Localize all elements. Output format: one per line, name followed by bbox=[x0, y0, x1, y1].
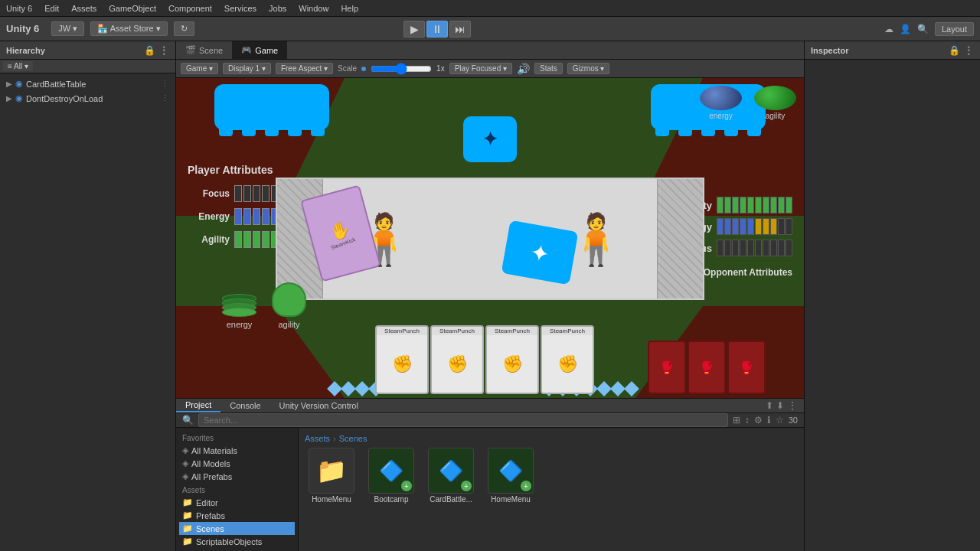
opp-focus-segs bbox=[717, 240, 792, 256]
gizmos-dropdown[interactable]: Gizmos ▾ bbox=[567, 63, 610, 74]
bar-seg bbox=[253, 185, 260, 202]
vseg bbox=[755, 240, 762, 256]
vseg bbox=[717, 240, 724, 256]
settings-icon[interactable]: ⚙ bbox=[754, 415, 763, 425]
info-icon[interactable]: ℹ bbox=[767, 415, 771, 425]
menu-jobs[interactable]: Jobs bbox=[269, 4, 286, 13]
vseg bbox=[763, 240, 769, 256]
hand-card-4[interactable]: SteamPunch ✊ bbox=[541, 325, 594, 394]
asset-bootcamp[interactable]: 🔷 + Bootcamp bbox=[364, 448, 418, 504]
vseg bbox=[747, 240, 754, 256]
breadcrumb-assets[interactable]: Assets bbox=[305, 434, 330, 443]
hierarchy-all-dropdown[interactable]: ≡ All ▾ bbox=[3, 61, 33, 71]
bar-seg bbox=[253, 208, 260, 225]
pause-button[interactable]: ⏸ bbox=[426, 21, 448, 37]
play-button[interactable]: ▶ bbox=[403, 21, 425, 37]
view-toolbar: Game ▾ Display 1 ▾ Free Aspect ▾ Scale 1… bbox=[176, 60, 804, 78]
mute-icon[interactable]: 🔊 bbox=[517, 63, 530, 75]
scale-dot bbox=[361, 67, 366, 71]
play-focused-dropdown[interactable]: Play Focused ▾ bbox=[449, 63, 512, 74]
menu-services[interactable]: Services bbox=[224, 4, 256, 13]
asset-cardbattle[interactable]: 🔷 + CardBattle... bbox=[424, 448, 478, 504]
opp-card-3: 🥊 bbox=[727, 341, 766, 394]
vseg bbox=[717, 197, 724, 214]
tab-project[interactable]: Project bbox=[176, 399, 220, 412]
sort-icon[interactable]: ↕ bbox=[745, 415, 750, 425]
search-icon[interactable]: 🔍 bbox=[917, 24, 929, 34]
vseg bbox=[786, 240, 792, 256]
bottom-icon-2[interactable]: ⬇ bbox=[776, 400, 784, 411]
sidebar-prefabs[interactable]: 📁 Prefabs bbox=[179, 509, 295, 522]
user-btn[interactable]: JW ▾ bbox=[51, 21, 84, 36]
refresh-btn[interactable]: ↻ bbox=[174, 21, 194, 36]
menu-edit[interactable]: Edit bbox=[44, 4, 59, 13]
vseg bbox=[732, 218, 739, 235]
asset-homemenu-scene[interactable]: 🔷 + HomeMenu bbox=[484, 448, 537, 504]
vseg bbox=[732, 240, 739, 256]
bottom-left-resources: energy agility bbox=[222, 279, 306, 329]
dots-icon[interactable]: ⋮ bbox=[158, 44, 169, 57]
asset-homemenu-folder[interactable]: 📁 HomeMenu bbox=[305, 448, 358, 504]
tab-game[interactable]: 🎮 Game bbox=[232, 41, 287, 59]
inspector-header: Inspector 🔒 ⋮ bbox=[805, 41, 980, 60]
favorites-label: Favorites bbox=[179, 431, 295, 444]
bar-seg bbox=[243, 231, 251, 248]
dontdestroy-arrow: ▶ bbox=[6, 94, 12, 103]
menu-window[interactable]: Window bbox=[299, 4, 328, 13]
account-icon[interactable]: 👤 bbox=[900, 24, 911, 34]
tab-version-control[interactable]: Unity Version Control bbox=[270, 399, 368, 412]
hand-card-2[interactable]: SteamPunch ✊ bbox=[430, 325, 484, 394]
lock-icon[interactable]: 🔒 bbox=[144, 45, 155, 56]
sidebar-all-models[interactable]: ◈ All Models bbox=[179, 457, 295, 470]
dontdestroy-dots[interactable]: ⋮ bbox=[161, 93, 169, 103]
hand-card-1[interactable]: SteamPunch ✊ bbox=[375, 325, 429, 394]
scale-slider[interactable] bbox=[371, 64, 432, 73]
sidebar-scenes[interactable]: 📁 Scenes bbox=[179, 522, 295, 535]
asset-store-btn[interactable]: 🏪 Asset Store ▾ bbox=[90, 21, 167, 36]
hierarchy-item-cardbattletable[interactable]: ▶ ◉ CardBattleTable ⋮ bbox=[0, 77, 175, 91]
menu-file[interactable]: Unity 6 bbox=[6, 4, 32, 13]
hand-card-3[interactable]: SteamPunch ✊ bbox=[485, 325, 539, 394]
tab-console[interactable]: Console bbox=[220, 399, 270, 412]
menu-component[interactable]: Component bbox=[168, 4, 212, 13]
cloud-icon[interactable]: ☁ bbox=[884, 24, 893, 34]
star-icon[interactable]: ☆ bbox=[776, 415, 784, 425]
bar-seg bbox=[262, 231, 270, 248]
stats-btn[interactable]: Stats bbox=[534, 63, 563, 74]
scale-label: Scale bbox=[338, 64, 357, 73]
inspector-title: Inspector bbox=[811, 46, 849, 55]
aspect-dropdown[interactable]: Display 1 ▾ bbox=[223, 63, 271, 74]
bottom-icon-1[interactable]: ⬆ bbox=[766, 400, 773, 411]
opp-energy-segs bbox=[717, 218, 792, 235]
tab-scene[interactable]: 🎬 Scene bbox=[176, 41, 232, 59]
dontdestroy-icon: ◉ bbox=[15, 93, 23, 103]
sidebar-scriptable[interactable]: 📁 ScriptableObjects bbox=[179, 535, 295, 548]
sidebar-editor[interactable]: 📁 Editor bbox=[179, 496, 295, 509]
filter-icon[interactable]: ⊞ bbox=[733, 415, 740, 425]
step-button[interactable]: ⏭ bbox=[449, 21, 471, 37]
orb-row: energy agility bbox=[700, 86, 796, 120]
sidebar-all-prefabs[interactable]: ◈ All Prefabs bbox=[179, 470, 295, 483]
menu-gameobject[interactable]: GameObject bbox=[109, 4, 156, 13]
breadcrumb-scenes[interactable]: Scenes bbox=[339, 434, 368, 443]
layout-btn[interactable]: Layout bbox=[935, 22, 974, 36]
free-aspect-dropdown[interactable]: Free Aspect ▾ bbox=[276, 63, 333, 74]
hierarchy-item-dontdestroy[interactable]: ▶ ◉ DontDestroyOnLoad ⋮ bbox=[0, 91, 175, 106]
cardbattletable-dots[interactable]: ⋮ bbox=[161, 79, 169, 89]
opp-card-1: 🥊 bbox=[648, 341, 686, 394]
diamond bbox=[610, 381, 626, 396]
inspector-dots[interactable]: ⋮ bbox=[963, 44, 974, 57]
display-dropdown[interactable]: Game ▾ bbox=[181, 63, 218, 74]
tooth bbox=[724, 124, 738, 136]
menu-help[interactable]: Help bbox=[341, 4, 358, 13]
vseg bbox=[724, 240, 731, 256]
inspector-lock[interactable]: 🔒 bbox=[949, 45, 960, 56]
tooth bbox=[701, 124, 715, 136]
folder-icon-editor: 📁 bbox=[182, 497, 193, 507]
search-input[interactable] bbox=[198, 413, 728, 427]
tooth bbox=[747, 124, 761, 136]
menu-assets[interactable]: Assets bbox=[71, 4, 96, 13]
vseg bbox=[778, 218, 785, 235]
bottom-dots[interactable]: ⋮ bbox=[787, 399, 798, 412]
sidebar-all-materials[interactable]: ◈ All Materials bbox=[179, 444, 295, 457]
